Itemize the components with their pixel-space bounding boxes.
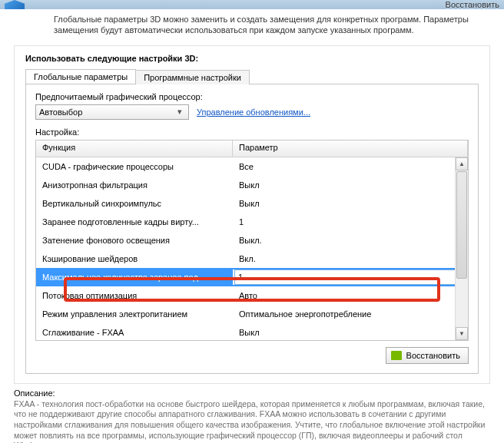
settings-table: Функция Параметр CUDA - графические проц…	[35, 140, 469, 341]
restore-button[interactable]: Восстановить	[386, 347, 469, 364]
description-section: Описание: FXAA - технология пост-обработ…	[0, 384, 504, 443]
preferred-gpu-value: Автовыбор	[39, 107, 82, 117]
col-function[interactable]: Функция	[36, 141, 233, 157]
scroll-up-icon[interactable]: ▲	[456, 157, 468, 170]
selected-function: Максимальное количество заранее под...	[36, 270, 233, 284]
table-row[interactable]: Сглаживание - FXAAВыкл	[36, 323, 468, 340]
table-row[interactable]: Потоковая оптимизацияАвто	[36, 286, 468, 305]
table-row[interactable]: CUDA - графические процессорыВсе	[36, 157, 468, 176]
table-row[interactable]: Затенение фонового освещенияВыкл.	[36, 231, 468, 250]
tabs: Глобальные параметры Программные настрой…	[25, 69, 479, 84]
table-row[interactable]: Анизотропная фильтрацияВыкл	[36, 176, 468, 194]
description-body: FXAA - технология пост-обработки на осно…	[14, 399, 490, 443]
tab-program[interactable]: Программные настройки	[135, 70, 250, 84]
nvidia-logo-icon	[5, 0, 25, 9]
scroll-down-icon[interactable]: ▼	[456, 327, 468, 340]
description-title: Описание:	[14, 388, 490, 398]
table-row[interactable]: Кэширование шейдеровВкл.	[36, 250, 468, 268]
scroll-thumb[interactable]	[456, 171, 467, 279]
tab-global[interactable]: Глобальные параметры	[25, 69, 136, 84]
table-scrollbar[interactable]: ▲ ▼	[455, 157, 468, 340]
preferred-gpu-select[interactable]: Автовыбор ▾	[35, 104, 189, 120]
table-row[interactable]: Заранее подготовленные кадры вирту...1	[36, 213, 468, 231]
nvidia-control-panel: Восстановить Глобальные параметры 3D мож…	[0, 0, 504, 443]
settings-label: Настройка:	[35, 127, 469, 137]
tab-content: Предпочитаемый графический процессор: Ав…	[25, 84, 479, 374]
table-row[interactable]: Вертикальный синхроимпульсВыкл	[36, 194, 468, 213]
restore-header-link[interactable]: Восстановить	[446, 0, 499, 9]
panel-title: Использовать следующие настройки 3D:	[25, 54, 479, 63]
table-row[interactable]: Режим управления электропитаниемОптималь…	[36, 305, 468, 323]
table-row-selected[interactable]: Максимальное количество заранее под... 1…	[36, 268, 468, 286]
table-header: Функция Параметр	[36, 141, 468, 157]
window-header: Восстановить	[0, 0, 504, 9]
nvidia-icon	[391, 351, 402, 360]
settings-panel: Использовать следующие настройки 3D: Гло…	[14, 45, 490, 384]
preferred-gpu-label: Предпочитаемый графический процессор:	[35, 92, 469, 101]
selected-value: 1	[238, 273, 243, 282]
manage-updates-link[interactable]: Управление обновлениями...	[197, 107, 310, 117]
table-body: CUDA - графические процессорыВсе Анизотр…	[36, 157, 468, 340]
max-prerendered-frames-select[interactable]: 1 ⌄	[234, 269, 466, 285]
col-parameter[interactable]: Параметр	[233, 141, 468, 157]
restore-button-label: Восстановить	[406, 351, 460, 360]
intro-text: Глобальные параметры 3D можно заменить и…	[0, 9, 504, 42]
chevron-down-icon: ▾	[173, 105, 187, 119]
